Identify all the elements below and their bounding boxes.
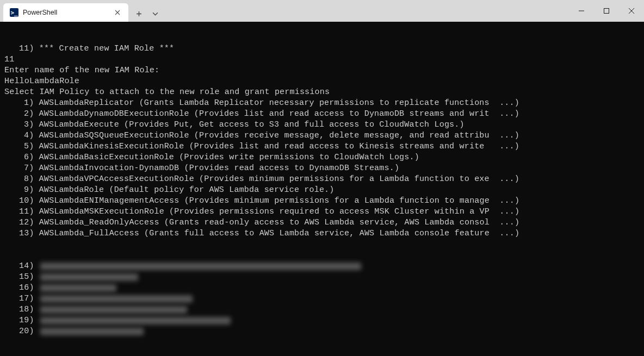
new-tab-button[interactable]: [131, 5, 147, 22]
terminal-line: 5) AWSLambdaKinesisExecutionRole (Provid…: [4, 141, 640, 152]
terminal-line-blurred: 14): [4, 261, 640, 272]
list-number: 14): [4, 261, 39, 272]
terminal-line: 12) AWSLambda_ReadOnlyAccess (Grants rea…: [4, 217, 640, 228]
terminal-line-blurred: 20): [4, 326, 640, 337]
terminal-line: 11: [4, 54, 640, 65]
redacted-text: [40, 317, 231, 324]
list-number: 20): [4, 326, 39, 337]
list-number: 15): [4, 272, 39, 283]
terminal-line: 9) AWSLambdaRole (Default policy for AWS…: [4, 185, 640, 196]
window-close-button[interactable]: [619, 2, 644, 20]
terminal-output-blurred: 14) 15) 16) 17) 18) 19) 20): [4, 261, 640, 337]
terminal-line: 2) AWSLambdaDynamoDBExecutionRole (Provi…: [4, 109, 640, 120]
titlebar-left: >_ PowerShell: [0, 0, 163, 22]
terminal-line: 7) AWSLambdaInvocation-DynamoDB (Provide…: [4, 163, 640, 174]
powershell-icon: >_: [10, 8, 18, 17]
terminal-line-blurred: 16): [4, 283, 640, 293]
terminal-line-blurred: 18): [4, 304, 640, 315]
tab-close-button[interactable]: [112, 7, 123, 18]
redacted-text: [40, 263, 361, 270]
terminal-line: 10) AWSLambdaENIManagementAccess (Provid…: [4, 196, 640, 207]
close-icon: [629, 8, 634, 14]
list-number: 18): [4, 304, 39, 315]
terminal-output-top: 11) *** Create new IAM Role ***11Enter n…: [4, 43, 640, 239]
maximize-icon: [604, 8, 609, 14]
list-number: 16): [4, 283, 39, 293]
terminal-line-blurred: 15): [4, 272, 640, 283]
terminal-line: 11) AWSLambdaMSKExecutionRole (Provides …: [4, 207, 640, 217]
tab-powershell[interactable]: >_ PowerShell: [3, 3, 128, 22]
minimize-button[interactable]: [569, 2, 594, 20]
list-number: 19): [4, 315, 39, 326]
terminal-line-blurred: 19): [4, 315, 640, 326]
svg-rect-0: [604, 9, 609, 14]
redacted-text: [40, 273, 138, 281]
terminal-line: 13) AWSLambda_FullAccess (Grants full ac…: [4, 228, 640, 239]
terminal-line: 4) AWSLambdaSQSQueueExecutionRole (Provi…: [4, 130, 640, 141]
titlebar-right: [569, 0, 644, 22]
plus-icon: [136, 11, 142, 17]
terminal-line: 6) AWSLambdaBasicExecutionRole (Provides…: [4, 152, 640, 163]
maximize-button[interactable]: [594, 2, 619, 20]
terminal-line-blurred: 17): [4, 293, 640, 304]
tab-dropdown-button[interactable]: [147, 5, 163, 22]
minimize-icon: [579, 8, 584, 14]
close-icon: [115, 10, 120, 15]
window-titlebar: >_ PowerShell: [0, 0, 644, 22]
terminal-line: Enter name of the new IAM Role:: [4, 65, 640, 76]
redacted-text: [40, 295, 193, 303]
terminal-line: 8) AWSLambdaVPCAccessExecutionRole (Prov…: [4, 174, 640, 185]
redacted-text: [40, 284, 116, 292]
tab-title: PowerShell: [23, 9, 108, 16]
list-number: 17): [4, 293, 39, 304]
terminal-line: 11) *** Create new IAM Role ***: [4, 43, 640, 54]
terminal-content[interactable]: 11) *** Create new IAM Role ***11Enter n…: [0, 22, 644, 356]
terminal-line: HelloLambdaRole: [4, 76, 640, 87]
terminal-line: 1) AWSLambdaReplicator (Grants Lambda Re…: [4, 98, 640, 109]
terminal-line: 3) AWSLambdaExecute (Provides Put, Get a…: [4, 120, 640, 130]
chevron-down-icon: [152, 11, 158, 17]
terminal-line: Select IAM Policy to attach to the new r…: [4, 87, 640, 98]
redacted-text: [40, 306, 187, 314]
redacted-text: [40, 328, 144, 335]
